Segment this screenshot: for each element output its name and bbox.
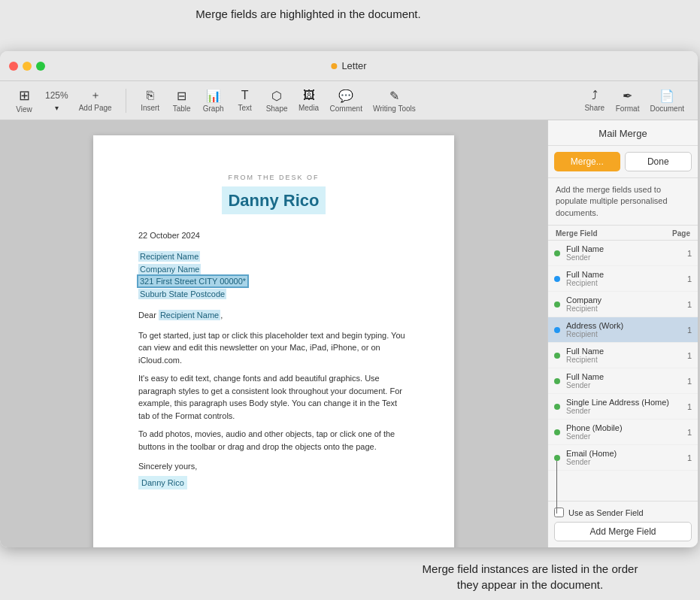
document-button[interactable]: 📄 Document [645,86,689,116]
merge-button[interactable]: Merge... [554,152,620,171]
field-dot [554,404,560,410]
merge-field-item[interactable]: Address (Work)Recipient1 [548,317,698,343]
graph-button[interactable]: 📊 Graph [198,86,229,116]
field-type: Recipient [566,279,684,287]
merge-field-item[interactable]: CompanyRecipient1 [548,292,698,317]
doc-date: 22 October 2024 [138,229,409,242]
field-page: 1 [687,274,692,283]
annotation-bottom: Merge field instances are listed in the … [414,561,647,592]
annotation-top: Merge fields are highlighted in the docu… [195,6,421,22]
add-merge-field-button[interactable]: Add Merge Field [554,522,692,541]
panel-footer: Use as Sender Field Add Merge Field [548,501,698,547]
shape-label: Shape [266,105,288,113]
merge-field-item[interactable]: Full NameRecipient1 [548,343,698,368]
graph-label: Graph [203,105,224,113]
field-page: 1 [687,249,692,258]
field-page: 1 [687,377,692,386]
field-page: 1 [687,326,692,335]
doc-para-2: It's easy to edit text, change fonts and… [138,372,409,422]
merge-field-list: Full NameSender1Full NameRecipient1Compa… [548,241,698,501]
add-page-icon: ＋ [90,89,101,102]
document-area[interactable]: FROM THE DESK OF Danny Rico 22 October 2… [0,120,547,547]
merge-field-item[interactable]: Email (Home)Sender1 [548,445,698,471]
use-sender-checkbox[interactable] [554,508,564,517]
toolbar: ⊞ View 125% ▾ ＋ Add Page ⎘ Insert ⊟ Tabl… [0,81,698,120]
toolbar-view-group: ⊞ View 125% ▾ ＋ Add Page [6,84,120,117]
merge-field-item[interactable]: Full NameRecipient1 [548,266,698,292]
media-button[interactable]: 🖼 Media [294,86,324,115]
traffic-lights [9,62,45,71]
main-content: FROM THE DESK OF Danny Rico 22 October 2… [0,120,698,547]
merge-field-item[interactable]: Phone (Mobile)Sender1 [548,420,698,445]
field-info: Phone (Mobile)Sender [566,423,684,441]
insert-button[interactable]: ⎘ Insert [135,86,165,115]
field-dot [554,455,560,461]
field-type: Recipient [566,330,684,338]
field-page: 1 [687,300,692,309]
table-label: Table [173,105,191,113]
format-label: Format [616,105,640,113]
field-name: Email (Home) [566,449,684,458]
app-window: Letter ⊞ View 125% ▾ ＋ Add Page ⎘ Insert [0,51,698,547]
share-button[interactable]: ⤴ Share [580,86,610,115]
field-name: Phone (Mobile) [566,423,684,432]
field-name: Full Name [566,244,684,253]
zoom-control[interactable]: 125% ▾ [41,86,73,115]
doc-signature-name: Danny Rico [138,476,187,490]
header-page: Page [672,229,690,238]
view-icon: ⊞ [19,87,30,104]
field-type: Sender [566,432,684,441]
merge-field-item[interactable]: Single Line Address (Home)Sender1 [548,394,698,420]
field-page: 1 [687,351,692,360]
field-type: Sender [566,407,684,415]
panel-buttons: Merge... Done [548,146,698,178]
address-line-4: Suburb State Postcode [138,288,409,301]
field-type: Sender [566,381,684,389]
doc-closing: Sincerely yours, [138,460,409,473]
minimize-button[interactable] [23,62,32,71]
field-name: Full Name [566,347,684,356]
company-name-field: Company Name [138,264,201,274]
shape-button[interactable]: ⬡ Shape [262,86,292,116]
comment-button[interactable]: 💬 Comment [326,86,367,116]
field-name: Company [566,295,684,305]
merge-field-item[interactable]: Full NameSender1 [548,368,698,394]
dear-name-field: Recipient Name [159,310,220,320]
writing-tools-button[interactable]: ✎ Writing Tools [368,86,420,116]
share-icon: ⤴ [592,89,598,102]
field-page: 1 [687,428,692,437]
field-name: Address (Work) [566,321,684,330]
annotation-line-bottom [556,461,557,514]
close-button[interactable] [9,62,18,71]
insert-label: Insert [141,104,159,112]
mail-merge-panel: Mail Merge Merge... Done Add the merge f… [547,120,698,547]
suburb-field: Suburb State Postcode [138,289,226,299]
toolbar-right-group: ⤴ Share ✒ Format 📄 Document [577,86,692,116]
field-page: 1 [687,402,692,411]
text-label: Text [238,104,251,112]
view-button[interactable]: ⊞ View [9,84,39,117]
field-dot [554,250,560,256]
insert-icon: ⎘ [147,89,154,102]
title-bar: Letter [0,51,698,81]
table-button[interactable]: ⊟ Table [167,86,197,116]
zoom-chevron: ▾ [55,104,59,112]
done-button[interactable]: Done [625,152,692,171]
address-field: 321 First Street CITY 00000* [138,276,247,286]
view-label: View [16,105,32,114]
field-info: CompanyRecipient [566,295,684,313]
writing-tools-label: Writing Tools [373,105,416,113]
text-button[interactable]: T Text [230,86,260,115]
field-type: Sender [566,458,684,466]
merge-field-item[interactable]: Full NameSender1 [548,241,698,266]
field-type: Sender [566,253,684,262]
field-info: Full NameSender [566,244,684,262]
maximize-button[interactable] [36,62,45,71]
field-info: Full NameRecipient [566,347,684,364]
media-icon: 🖼 [303,89,315,102]
panel-description: Add the merge fields used to populate mu… [548,178,698,226]
format-button[interactable]: ✒ Format [611,86,644,116]
document-label: Document [650,105,684,113]
add-page-button[interactable]: ＋ Add Page [74,86,117,115]
media-label: Media [298,104,319,112]
